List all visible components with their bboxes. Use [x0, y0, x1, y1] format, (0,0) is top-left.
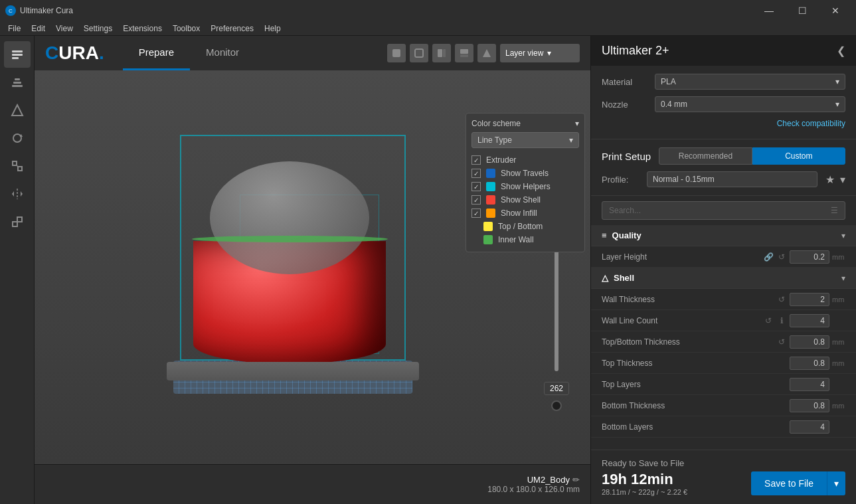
- check-compatibility-link[interactable]: Check compatibility: [602, 119, 845, 128]
- canvas-area[interactable]: Color scheme ▾ Line Type ▾ ✓ Extruder ✓ …: [35, 70, 590, 464]
- profile-row: Profile: Normal - 0.15mm ★ ▾: [602, 171, 845, 187]
- view-dropdown[interactable]: Layer view ▾: [500, 44, 580, 62]
- svg-rect-18: [392, 49, 400, 57]
- print-time: 19h 12min: [602, 471, 687, 488]
- top-thickness-unit: mm: [832, 359, 845, 367]
- menu-toolbox[interactable]: Toolbox: [167, 21, 205, 36]
- menu-settings[interactable]: Settings: [78, 21, 118, 36]
- wall-line-count-value[interactable]: 4: [790, 314, 829, 327]
- profile-select[interactable]: Normal - 0.15mm: [647, 171, 817, 187]
- svg-rect-5: [12, 85, 23, 87]
- tab-prepare[interactable]: Prepare: [123, 36, 190, 70]
- material-select[interactable]: PLA ▾: [655, 74, 845, 90]
- svg-marker-14: [12, 191, 14, 197]
- menu-help[interactable]: Help: [259, 21, 286, 36]
- svg-rect-19: [415, 49, 423, 57]
- reset-icon[interactable]: ↺: [776, 252, 787, 262]
- save-dropdown-arrow[interactable]: ▾: [827, 471, 845, 495]
- layer-height-value[interactable]: 0.2: [790, 250, 829, 264]
- panel-expand-icon[interactable]: ❮: [837, 44, 845, 57]
- topbottom-thickness-value[interactable]: 0.8: [790, 335, 829, 349]
- bottom-thickness-value[interactable]: 0.8: [790, 399, 829, 412]
- minimize-button[interactable]: —: [754, 0, 784, 21]
- layers-front-icon[interactable]: [432, 44, 451, 62]
- svg-rect-16: [13, 222, 17, 226]
- shell-section-icon: △: [602, 273, 608, 283]
- nozzle-select[interactable]: 0.4 mm ▾: [655, 96, 845, 112]
- app-icon: C: [5, 5, 16, 16]
- setting-bottom-thickness: Bottom Thickness 0.8 mm: [591, 395, 856, 416]
- reset-icon[interactable]: ↺: [763, 316, 774, 325]
- menu-view[interactable]: View: [50, 21, 78, 36]
- material-label: Material: [602, 77, 655, 87]
- svg-rect-21: [443, 49, 446, 57]
- tab-recommended[interactable]: Recommended: [659, 147, 752, 165]
- sidebar-mirror-icon[interactable]: [4, 181, 31, 207]
- topbottom-thickness-label: Top/Bottom Thickness: [602, 337, 776, 347]
- menu-file[interactable]: File: [3, 21, 26, 36]
- sidebar-support-icon[interactable]: [4, 97, 31, 124]
- menu-preferences[interactable]: Preferences: [205, 21, 259, 36]
- chevron-down-icon: ▾: [835, 100, 839, 109]
- sidebar-scale-icon[interactable]: [4, 153, 31, 179]
- sidebar-permodel-icon[interactable]: [4, 209, 31, 235]
- tab-custom[interactable]: Custom: [752, 147, 845, 165]
- info-icon[interactable]: ℹ: [776, 316, 787, 325]
- sidebar-open-icon[interactable]: [4, 41, 31, 68]
- search-area: Search... ☰: [591, 196, 856, 225]
- main-toolbar: CURA. Prepare Monitor: [35, 36, 590, 70]
- quality-section-title: Quality: [612, 230, 642, 240]
- svg-rect-7: [15, 78, 20, 80]
- model-ring: [192, 236, 388, 242]
- bottom-layers-value[interactable]: 4: [790, 420, 829, 434]
- cs-item-helpers: ✓ Show Helpers: [471, 180, 579, 193]
- top-thickness-value[interactable]: 0.8: [790, 357, 829, 370]
- close-button[interactable]: ✕: [820, 0, 851, 21]
- menu-extensions[interactable]: Extensions: [118, 21, 167, 36]
- layer-height-unit: mm: [832, 253, 845, 261]
- device-title: Ultimaker 2+: [602, 44, 669, 58]
- tab-monitor[interactable]: Monitor: [190, 36, 255, 70]
- settings-list: ≡ Quality ▾ Layer Height 🔗 ↺ 0.2 mm △ Sh…: [591, 225, 856, 450]
- bottom-layers-label: Bottom Layers: [602, 422, 787, 432]
- nav-tabs: Prepare Monitor: [123, 36, 255, 70]
- reset-icon[interactable]: ↺: [776, 337, 787, 347]
- sidebar-layers-icon[interactable]: [4, 69, 31, 96]
- reset-icon[interactable]: ↺: [776, 295, 787, 304]
- svg-rect-4: [12, 57, 19, 59]
- setting-bottom-layers: Bottom Layers 4: [591, 416, 856, 438]
- top-layers-value[interactable]: 4: [790, 378, 829, 391]
- save-to-file-button[interactable]: Save to File ▾: [751, 471, 845, 495]
- setting-topbottom-thickness: Top/Bottom Thickness ↺ 0.8 mm: [591, 331, 856, 353]
- menu-edit[interactable]: Edit: [26, 21, 50, 36]
- bottom-thickness-unit: mm: [832, 402, 845, 410]
- section-quality-header[interactable]: ≡ Quality ▾: [591, 225, 856, 246]
- xray-view-icon[interactable]: [410, 44, 428, 62]
- slider-bottom-thumb[interactable]: [551, 400, 562, 411]
- maximize-button[interactable]: ☐: [787, 0, 817, 21]
- svg-rect-17: [17, 217, 22, 222]
- solid-view-icon[interactable]: [387, 44, 406, 62]
- layers-side-icon[interactable]: [477, 44, 496, 62]
- layer-height-label: Layer Height: [602, 252, 763, 262]
- section-shell-header[interactable]: △ Shell ▾: [591, 268, 856, 289]
- svg-text:C: C: [9, 8, 13, 14]
- topbottom-actions: ↺: [776, 337, 787, 347]
- svg-rect-2: [12, 50, 23, 52]
- link-icon[interactable]: 🔗: [763, 252, 774, 262]
- profile-star-icon[interactable]: ★: [825, 173, 835, 186]
- setting-wall-line-count: Wall Line Count ↺ ℹ 4: [591, 310, 856, 331]
- wall-thickness-value[interactable]: 2: [790, 293, 829, 306]
- quality-chevron-icon: ▾: [841, 231, 845, 240]
- menu-icon[interactable]: ☰: [831, 206, 838, 215]
- color-scheme-header[interactable]: Color scheme ▾: [471, 119, 579, 128]
- search-input[interactable]: Search...: [609, 206, 831, 215]
- search-box[interactable]: Search... ☰: [602, 201, 845, 220]
- sidebar-rotate-icon[interactable]: [4, 125, 31, 151]
- profile-chevron-icon[interactable]: ▾: [840, 173, 845, 186]
- edit-icon[interactable]: ✏: [572, 475, 580, 485]
- color-scheme-dropdown[interactable]: Line Type ▾: [471, 132, 579, 148]
- svg-rect-6: [13, 82, 21, 84]
- layers-top-icon[interactable]: [455, 44, 473, 62]
- svg-rect-3: [12, 54, 23, 56]
